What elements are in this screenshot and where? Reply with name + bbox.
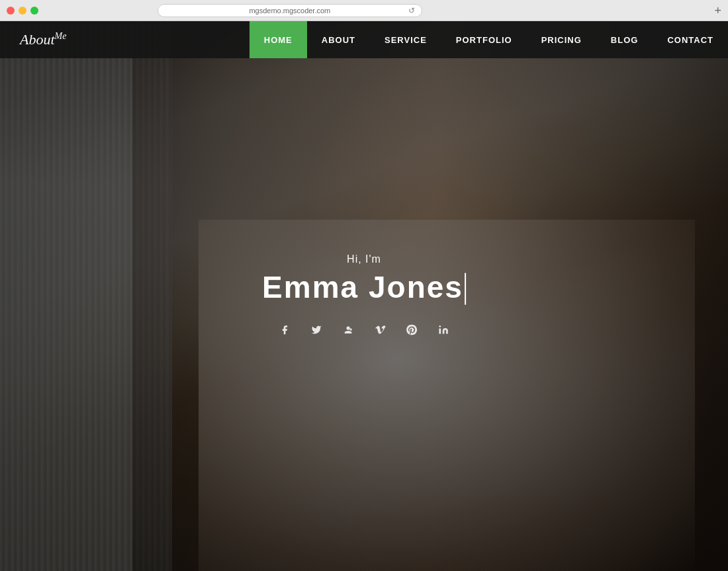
browser-chrome: mgsdemo.mgscoder.com ↺ + <box>0 0 728 21</box>
traffic-lights <box>7 7 38 15</box>
pinterest-icon[interactable] <box>402 321 421 339</box>
vimeo-icon[interactable] <box>371 321 389 339</box>
hero-section: AboutMe HOME ABOUT SERVICE PORTFOLIO PRI… <box>0 21 728 571</box>
navbar-brand[interactable]: AboutMe <box>0 31 86 48</box>
google-plus-icon[interactable] <box>339 321 357 339</box>
nav-item-contact[interactable]: CONTACT <box>653 21 728 58</box>
minimize-button[interactable] <box>19 7 26 15</box>
hero-content: Hi, I'm Emma Jones <box>262 253 466 339</box>
twitter-icon[interactable] <box>307 321 326 339</box>
navbar-nav: HOME ABOUT SERVICE PORTFOLIO PRICING BLO… <box>250 21 728 58</box>
refresh-icon[interactable]: ↺ <box>408 6 415 15</box>
address-bar[interactable]: mgsdemo.mgscoder.com ↺ <box>158 4 422 17</box>
add-tab-button[interactable]: + <box>714 5 721 17</box>
maximize-button[interactable] <box>30 7 38 15</box>
text-cursor <box>465 273 466 305</box>
close-button[interactable] <box>7 7 15 15</box>
nav-item-home[interactable]: HOME <box>250 21 307 58</box>
hero-name: Emma Jones <box>262 270 466 305</box>
facebook-icon[interactable] <box>275 321 294 339</box>
nav-item-service[interactable]: SERVICE <box>370 21 441 58</box>
website-content: AboutMe HOME ABOUT SERVICE PORTFOLIO PRI… <box>0 21 728 571</box>
nav-item-about[interactable]: ABOUT <box>307 21 370 58</box>
nav-item-pricing[interactable]: PRICING <box>527 21 596 58</box>
social-icons <box>262 321 466 339</box>
brand-text: About <box>20 31 55 48</box>
navbar: AboutMe HOME ABOUT SERVICE PORTFOLIO PRI… <box>0 21 728 58</box>
svg-point-0 <box>439 326 441 328</box>
nav-item-blog[interactable]: BLOG <box>596 21 653 58</box>
linkedin-icon[interactable] <box>434 321 453 339</box>
brand-suffix: Me <box>55 31 67 41</box>
hero-greeting: Hi, I'm <box>262 253 466 265</box>
url-text: mgsdemo.mgscoder.com <box>249 7 330 15</box>
nav-item-portfolio[interactable]: PORTFOLIO <box>441 21 527 58</box>
